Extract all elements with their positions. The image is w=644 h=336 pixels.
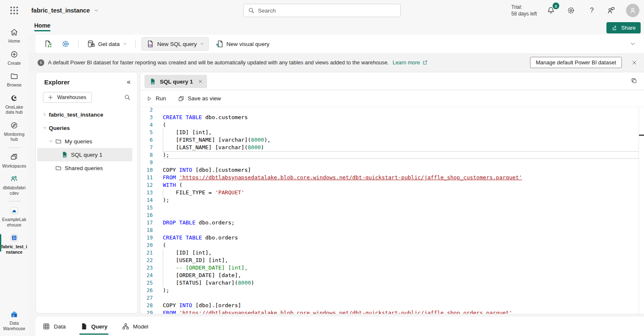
rail-item-workspaces[interactable]: Workspaces: [0, 150, 28, 172]
svg-text:SQL: SQL: [149, 44, 153, 46]
explorer-title: Explorer: [44, 79, 70, 86]
view-tab-data[interactable]: Data: [42, 317, 67, 336]
collapse-panel-icon[interactable]: «: [127, 78, 131, 86]
line-number: 15: [140, 204, 153, 211]
search-input[interactable]: [258, 8, 396, 14]
code-line[interactable]: 10COPY INTO [dbo].[customers]: [140, 166, 639, 174]
settings-button[interactable]: [566, 5, 576, 15]
code-line[interactable]: 21 [ID] [int],: [140, 249, 639, 257]
ribbon-collapse-chevron[interactable]: [630, 41, 636, 47]
code-line[interactable]: 3CREATE TABLE dbo.customers: [140, 114, 639, 121]
chevron-down-icon: [123, 42, 127, 46]
line-number: 2: [140, 106, 153, 114]
code-line[interactable]: 7 [LAST_NAME] [varchar](8000): [140, 144, 639, 151]
explorer-search-icon[interactable]: [124, 94, 131, 101]
folder-icon: [55, 165, 62, 171]
line-number: 26: [140, 287, 153, 294]
onelake-icon: [10, 94, 18, 102]
ribbon-tab-row: Home Share: [28, 21, 644, 35]
rail-item-dbtlabsfabricdev[interactable]: dbtlabsfabri cdev: [0, 172, 28, 199]
new-visual-query-button[interactable]: New visual query: [213, 38, 272, 50]
warehouse-settings-button[interactable]: [59, 38, 72, 50]
rail-item-fabric-test-instance[interactable]: fabric_test_i nstance: [0, 231, 28, 258]
code-line[interactable]: 15: [140, 204, 639, 211]
tree-item-my-queries[interactable]: My queries: [37, 135, 132, 148]
plus-icon: [48, 94, 53, 100]
code-line[interactable]: 25 [STATUS] [varchar](8000): [140, 279, 639, 287]
rail-item-create[interactable]: Create: [0, 47, 28, 69]
view-tab-model[interactable]: Model: [121, 317, 149, 336]
code-line[interactable]: 12WITH (: [140, 181, 639, 189]
global-search[interactable]: [243, 4, 401, 17]
add-warehouses-button[interactable]: Warehouses: [43, 92, 92, 103]
line-number: 19: [140, 234, 153, 242]
code-line[interactable]: 19CREATE TABLE dbo.orders: [140, 234, 639, 242]
query-tab[interactable]: SQL SQL query 1: [144, 75, 207, 88]
code-editor[interactable]: 23CREATE TABLE dbo.customers4(5 [ID] [in…: [140, 107, 644, 314]
code-line[interactable]: 6 [FIRST_NAME] [varchar](8000),: [140, 136, 639, 144]
workspaces-icon: [10, 153, 18, 161]
code-line[interactable]: 20(: [140, 242, 639, 249]
refresh-button[interactable]: [41, 38, 55, 50]
rail-item-monitoring-hub[interactable]: Monitoring hub: [0, 118, 28, 145]
monitoring-icon: [10, 121, 18, 130]
tree-item-sql-query-1[interactable]: SQLSQL query 1: [37, 148, 132, 161]
tree-item-shared-queries[interactable]: Shared queries: [37, 161, 132, 175]
code-line[interactable]: 13 FILE_TYPE = 'PARQUET': [140, 189, 639, 196]
data-warehouse-icon: [10, 310, 18, 318]
view-tab-query[interactable]: Query: [79, 317, 109, 336]
close-tab-icon[interactable]: [198, 79, 203, 84]
svg-text:SQL: SQL: [63, 155, 67, 157]
app-launcher-icon[interactable]: [9, 5, 19, 15]
rail-item-examplelakehouse[interactable]: ExampleLak ehouse: [0, 204, 28, 231]
code-line[interactable]: 2: [140, 106, 639, 114]
help-button[interactable]: ?: [587, 5, 597, 15]
code-line[interactable]: 22 [USER_ID] [int],: [140, 257, 639, 264]
tree-item-queries[interactable]: Queries: [37, 121, 132, 135]
tab-home[interactable]: Home: [34, 22, 51, 31]
code-line[interactable]: 16: [140, 211, 639, 219]
rail-item-data-warehouse[interactable]: Data Warehouse: [0, 307, 28, 334]
code-line[interactable]: 29FROM 'https://dbtlabsynapsedatalake.bl…: [140, 309, 639, 314]
code-line[interactable]: 18: [140, 227, 639, 234]
code-line[interactable]: 24 [ORDER_DATE] [date],: [140, 272, 639, 279]
code-line[interactable]: 4(: [140, 121, 639, 129]
copy-icon[interactable]: [631, 77, 637, 84]
run-button[interactable]: Run: [146, 95, 166, 102]
code-line[interactable]: 14);: [140, 196, 639, 204]
code-line[interactable]: 11FROM 'https://dbtlabsynapsedatalake.bl…: [140, 174, 639, 181]
code-line[interactable]: 17DROP TABLE dbo.orders;: [140, 219, 639, 227]
code-line[interactable]: 5 [ID] [int],: [140, 129, 639, 136]
rail-item-onelake-data-hub[interactable]: OneLake data hub: [0, 91, 28, 118]
save-as-view-button[interactable]: Save as view: [178, 95, 221, 102]
code-line[interactable]: 28COPY INTO [dbo].[orders]: [140, 302, 639, 309]
workspace-switcher[interactable]: fabric_test_instance: [31, 0, 99, 21]
chevron-down-icon: [43, 126, 47, 130]
get-data-button[interactable]: Get data: [84, 38, 129, 50]
feedback-button[interactable]: [606, 5, 616, 15]
learn-more-link[interactable]: Learn more: [393, 59, 428, 66]
banner-close-icon[interactable]: [631, 60, 637, 66]
folder-icon: [55, 138, 62, 145]
code-line[interactable]: 27: [140, 294, 639, 302]
code-line[interactable]: 8);: [140, 151, 639, 159]
line-number: 23: [140, 264, 153, 272]
view-switcher-bar: DataQueryModel: [35, 317, 644, 336]
grid-table-icon: [43, 323, 50, 330]
share-icon: [611, 25, 618, 31]
rail-divider: [8, 148, 20, 148]
manage-dataset-button[interactable]: Manage default Power BI dataset: [530, 57, 622, 68]
rail-item-browse[interactable]: Browse: [0, 69, 28, 91]
overview-ruler[interactable]: [639, 107, 644, 314]
code-line[interactable]: 9: [140, 159, 639, 166]
rail-item-home[interactable]: Home: [0, 25, 28, 47]
tree-item-fabric-test-instance[interactable]: fabric_test_instance: [37, 108, 132, 121]
notifications-button[interactable]: 2: [546, 5, 556, 15]
account-avatar[interactable]: [626, 4, 639, 17]
line-number: 22: [140, 257, 153, 264]
line-number: 8: [140, 151, 153, 159]
code-line[interactable]: 23 -- [ORDER_DATE] [int],: [140, 264, 639, 272]
share-button[interactable]: Share: [606, 22, 641, 33]
new-sql-query-button[interactable]: SQL New SQL query: [141, 37, 209, 51]
code-line[interactable]: 26);: [140, 287, 639, 294]
